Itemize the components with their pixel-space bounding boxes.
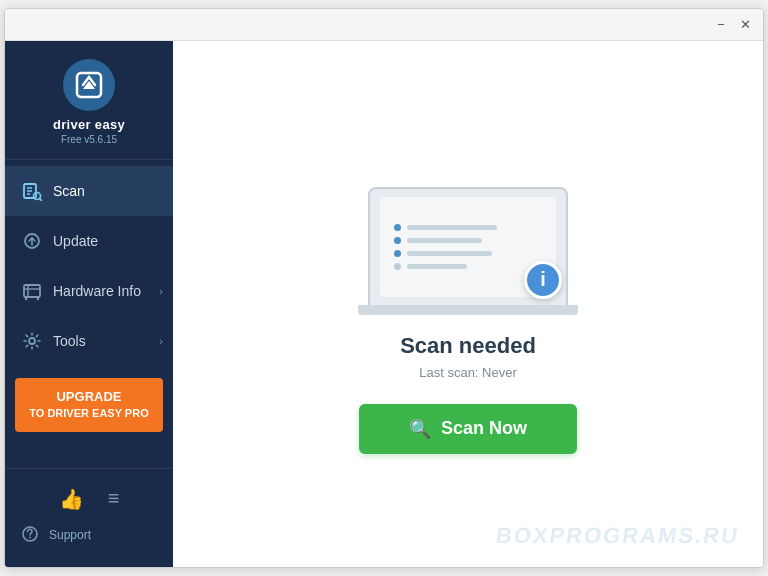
- laptop-base: [358, 305, 578, 315]
- close-button[interactable]: ✕: [735, 15, 755, 35]
- scan-button-label: Scan Now: [441, 418, 527, 439]
- support-label: Support: [49, 528, 91, 542]
- content-area: i Scan needed Last scan: Never 🔍 Scan No…: [173, 41, 763, 567]
- screen-line-2: [394, 237, 542, 244]
- menu-icon[interactable]: ≡: [108, 487, 120, 511]
- upgrade-button[interactable]: UPGRADE to Driver Easy Pro: [15, 378, 163, 432]
- svg-rect-9: [24, 285, 40, 297]
- sidebar-item-tools-label: Tools: [53, 333, 86, 349]
- upgrade-line1: UPGRADE: [23, 388, 155, 406]
- sidebar-item-update[interactable]: Update: [5, 216, 173, 266]
- screen-dot-3: [394, 250, 401, 257]
- screen-line-4: [394, 263, 542, 270]
- thumbs-up-icon[interactable]: 👍: [59, 487, 84, 511]
- svg-point-18: [29, 537, 31, 539]
- scan-illustration: i: [358, 155, 578, 315]
- upgrade-line2: to Driver Easy Pro: [23, 406, 155, 421]
- screen-bar-2: [407, 238, 482, 243]
- sidebar-item-scan-label: Scan: [53, 183, 85, 199]
- sidebar-item-update-label: Update: [53, 233, 98, 249]
- hardware-info-chevron: ›: [159, 285, 163, 297]
- minimize-button[interactable]: −: [711, 15, 731, 35]
- sidebar: driver easy Free v5.6.15: [5, 41, 173, 567]
- watermark: BOXPROGRAMS.RU: [494, 523, 741, 549]
- sidebar-item-hardware-info[interactable]: Hardware Info ›: [5, 266, 173, 316]
- logo-icon: [63, 59, 115, 111]
- sidebar-item-tools[interactable]: Tools ›: [5, 316, 173, 366]
- scan-now-button[interactable]: 🔍 Scan Now: [359, 404, 577, 454]
- sidebar-bottom: 👍 ≡ Support: [5, 468, 173, 567]
- update-icon: [21, 230, 43, 252]
- sidebar-nav: Scan Update: [5, 166, 173, 468]
- sidebar-item-support[interactable]: Support: [5, 519, 173, 551]
- screen-dot-1: [394, 224, 401, 231]
- app-name: driver easy: [53, 117, 125, 132]
- svg-point-16: [29, 338, 35, 344]
- sidebar-bottom-icons: 👍 ≡: [5, 479, 173, 519]
- app-window: − ✕ driver easy Free v5.6.15: [4, 8, 764, 568]
- app-version: Free v5.6.15: [61, 134, 117, 145]
- screen-dot-2: [394, 237, 401, 244]
- scan-icon: [21, 180, 43, 202]
- hardware-info-icon: [21, 280, 43, 302]
- screen-line-1: [394, 224, 542, 231]
- tools-chevron: ›: [159, 335, 163, 347]
- scan-needed-title: Scan needed: [400, 333, 536, 359]
- screen-bar-1: [407, 225, 497, 230]
- support-icon: [21, 525, 41, 545]
- svg-line-3: [40, 199, 42, 201]
- screen-line-3: [394, 250, 542, 257]
- sidebar-item-hardware-info-label: Hardware Info: [53, 283, 141, 299]
- last-scan-text: Last scan: Never: [419, 365, 517, 380]
- info-badge: i: [524, 261, 562, 299]
- screen-bar-4: [407, 264, 467, 269]
- screen-bar-3: [407, 251, 492, 256]
- app-logo: driver easy Free v5.6.15: [5, 41, 173, 160]
- main-content: driver easy Free v5.6.15: [5, 41, 763, 567]
- scan-button-icon: 🔍: [409, 418, 431, 440]
- tools-icon: [21, 330, 43, 352]
- driver-easy-logo-svg: [73, 69, 105, 101]
- screen-dot-4: [394, 263, 401, 270]
- titlebar: − ✕: [5, 9, 763, 41]
- sidebar-item-scan[interactable]: Scan: [5, 166, 173, 216]
